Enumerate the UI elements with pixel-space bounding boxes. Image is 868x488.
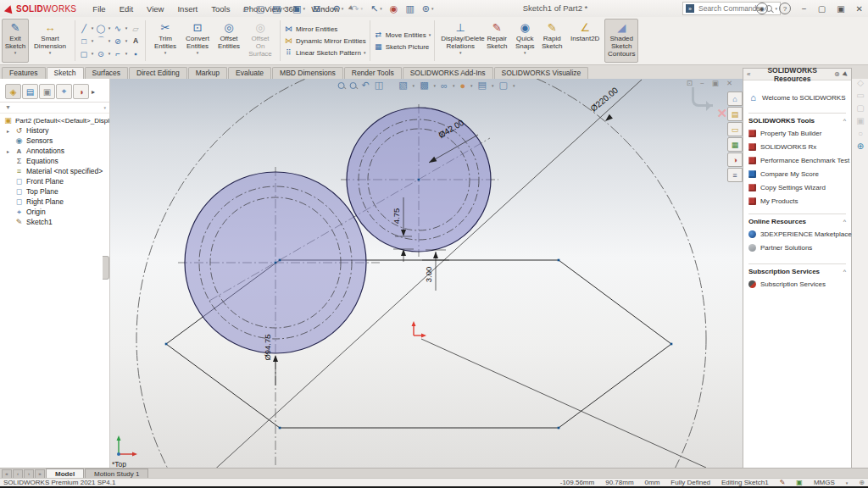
caret-icon[interactable]: ▾ bbox=[413, 83, 415, 88]
tree-item-sketch1[interactable]: ✎ Sketch1 bbox=[0, 217, 109, 227]
slot-tool-icon[interactable]: ▢ bbox=[81, 49, 88, 58]
last-tab-arrow[interactable]: » bbox=[35, 469, 45, 479]
file-explorer-tab-icon[interactable]: ▭ bbox=[727, 122, 743, 136]
tree-root[interactable]: ▣ Part2 (Default<<Default>_Display Sta bbox=[0, 115, 109, 125]
solidworks-resources-tab-icon[interactable]: ⌂ bbox=[727, 92, 743, 106]
performance-benchmark-link[interactable]: Performance Benchmark Test bbox=[748, 157, 846, 164]
tag-icon[interactable]: ▣ bbox=[796, 479, 803, 486]
subscription-services-link[interactable]: Subscription Services bbox=[748, 280, 846, 288]
caret-icon[interactable]: ▾ bbox=[125, 25, 128, 30]
section-solidworks-tools[interactable]: SOLIDWORKS Tools ^ bbox=[748, 113, 846, 125]
file-properties-icon[interactable]: ▥ bbox=[405, 3, 414, 14]
dynamic-mirror-button[interactable]: ⋈ Dynamic Mirror Entities bbox=[284, 36, 366, 47]
display-style-icon[interactable]: ▩ bbox=[420, 80, 428, 91]
tab-mbd-dimensions[interactable]: MBD Dimensions bbox=[272, 67, 343, 79]
copy-settings-wizard-link[interactable]: Copy Settings Wizard bbox=[748, 184, 846, 191]
strip-icon[interactable]: ◇ bbox=[857, 78, 864, 87]
filter-caret-icon[interactable]: ▾ bbox=[103, 105, 106, 110]
dropdown-caret-icon[interactable]: ▾ bbox=[49, 51, 52, 55]
cancel-sketch-icon[interactable]: ✕ bbox=[716, 106, 727, 121]
rectangle-tool-icon[interactable]: □ bbox=[81, 36, 86, 46]
strip-compass-icon[interactable]: ⊕ bbox=[857, 141, 864, 151]
graphics-viewport[interactable]: Ø220.00 Ø42.00 4.75 3.00 Ø94.75 bbox=[110, 79, 743, 469]
menu-file[interactable]: File bbox=[92, 3, 106, 15]
caret-icon[interactable]: ▾ bbox=[434, 83, 437, 88]
tree-item-origin[interactable]: ⌖ Origin bbox=[0, 207, 109, 217]
restore-button[interactable]: ▣ bbox=[837, 4, 844, 14]
more-tabs-icon[interactable]: ▸ bbox=[92, 88, 95, 96]
tree-item-top-plane[interactable]: ◻ Top Plane bbox=[0, 186, 109, 197]
select-icon[interactable]: ↖▾ bbox=[370, 3, 382, 14]
apply-scene-icon[interactable]: ▤ bbox=[478, 80, 487, 91]
view-settings-icon[interactable]: ▢ bbox=[499, 80, 508, 91]
menu-view[interactable]: View bbox=[146, 3, 164, 15]
expand-arrow-icon[interactable]: ▸ bbox=[7, 148, 12, 154]
tab-features[interactable]: Features bbox=[2, 67, 46, 79]
tree-filter[interactable]: ▼ ▾ bbox=[0, 103, 109, 114]
first-tab-arrow[interactable]: « bbox=[2, 469, 12, 479]
dropdown-caret-icon[interactable]: ▾ bbox=[459, 51, 462, 55]
tree-item-front-plane[interactable]: ◻ Front Plane bbox=[0, 176, 109, 186]
display-delete-relations-button[interactable]: ⊥ Display/Delete Relations ▾ bbox=[438, 19, 482, 63]
tab-solidworks-visualize[interactable]: SOLIDWORKS Visualize bbox=[494, 67, 589, 79]
collapse-chevron-icon[interactable]: ^ bbox=[843, 118, 846, 124]
zoom-to-fit-icon[interactable] bbox=[338, 82, 345, 89]
edit-appearance-icon[interactable]: ● bbox=[459, 80, 465, 91]
strip-icon[interactable]: ▢ bbox=[856, 103, 864, 113]
user-account-icon[interactable]: ◉ bbox=[756, 3, 768, 14]
view-palette-tab-icon[interactable]: ▦ bbox=[727, 137, 743, 152]
caret-icon[interactable]: ▾ bbox=[470, 83, 473, 88]
menu-edit[interactable]: Edit bbox=[119, 3, 134, 15]
fillet-tool-icon[interactable]: ⌐ bbox=[115, 49, 120, 58]
rapid-sketch-button[interactable]: ✎ Rapid Sketch bbox=[538, 19, 565, 63]
minimize-button[interactable]: − bbox=[802, 4, 807, 14]
move-entities-button[interactable]: ⇄ Move Entities ▾ bbox=[374, 30, 431, 41]
convert-entities-button[interactable]: ⊡ Convert Entities ▾ bbox=[181, 19, 214, 63]
custom-properties-tab-icon[interactable]: ≡ bbox=[727, 168, 743, 182]
previous-view-icon[interactable]: ↶ bbox=[362, 80, 370, 91]
mirror-entities-button[interactable]: ⋈ Mirror Entities bbox=[284, 24, 366, 35]
text-tool-icon[interactable]: A bbox=[133, 36, 138, 45]
home-icon[interactable]: ⌂ bbox=[242, 3, 248, 14]
tab-direct-editing[interactable]: Direct Editing bbox=[129, 67, 187, 79]
instant2d-button[interactable]: ∠ Instant2D bbox=[565, 19, 604, 63]
sketch-canvas[interactable]: Ø220.00 Ø42.00 4.75 3.00 Ø94.75 bbox=[110, 79, 743, 469]
caret-icon[interactable]: ▾ bbox=[108, 25, 111, 30]
featuremanager-tab-icon[interactable]: ◈ bbox=[5, 84, 21, 99]
arc-tool-icon[interactable]: ⌒ bbox=[97, 36, 105, 47]
ellipse-tool-icon[interactable]: ⊘ bbox=[114, 36, 121, 46]
offset-entities-button[interactable]: ◎ Offset Entities bbox=[214, 19, 244, 63]
view-orientation-icon[interactable]: ▧ bbox=[398, 80, 407, 91]
open-icon[interactable]: ▤▾ bbox=[272, 3, 285, 14]
repair-sketch-button[interactable]: ✎ Repair Sketch bbox=[482, 19, 511, 63]
caret-icon[interactable]: ▾ bbox=[453, 83, 455, 88]
smart-dimension-button[interactable]: ↔ Smart Dimension ▾ bbox=[29, 19, 71, 63]
tree-item-material[interactable]: ≡ Material <not specified> bbox=[0, 166, 109, 176]
tree-item-annotations[interactable]: ▸ A Annotations bbox=[0, 146, 109, 156]
appearances-tab-icon[interactable]: ◑ bbox=[727, 152, 743, 167]
dim-9475-text[interactable]: Ø94.75 bbox=[263, 334, 272, 360]
linear-pattern-button[interactable]: ⠿ Linear Sketch Pattern ▾ bbox=[284, 47, 366, 58]
shaded-sketch-contours-button[interactable]: ◢ Shaded Sketch Contours bbox=[604, 19, 638, 63]
solidworks-rx-link[interactable]: SOLIDWORKS Rx bbox=[748, 143, 846, 151]
tree-item-right-plane[interactable]: ◻ Right Plane bbox=[0, 197, 109, 207]
displaymanager-tab-icon[interactable]: ◑ bbox=[73, 84, 89, 99]
caret-icon[interactable]: ▾ bbox=[513, 83, 515, 88]
dropdown-caret-icon[interactable]: ▾ bbox=[14, 51, 17, 55]
design-library-tab-icon[interactable]: ▤ bbox=[727, 107, 743, 121]
caret-icon[interactable]: ▾ bbox=[125, 51, 128, 56]
my-products-link[interactable]: My Products bbox=[748, 197, 846, 205]
point-tool-icon[interactable]: ▪ bbox=[134, 49, 136, 58]
dim-475-text[interactable]: 4.75 bbox=[392, 208, 401, 225]
trim-entities-button[interactable]: ✂ Trim Entities ▾ bbox=[149, 19, 181, 63]
tab-markup[interactable]: Markup bbox=[188, 67, 227, 79]
caret-icon[interactable]: ▾ bbox=[92, 25, 94, 30]
redo-icon[interactable]: ↷▾ bbox=[351, 3, 363, 14]
dimxpertmanager-tab-icon[interactable]: ⌖ bbox=[56, 84, 72, 99]
section-online-resources[interactable]: Online Resources ^ bbox=[748, 214, 846, 225]
dim-220-text[interactable]: Ø220.00 bbox=[589, 85, 620, 113]
tab-evaluate[interactable]: Evaluate bbox=[228, 67, 271, 79]
pin-icon[interactable]: ▶ bbox=[842, 70, 849, 79]
sketch-origin[interactable] bbox=[412, 321, 427, 338]
tree-item-equations[interactable]: Σ Equations bbox=[0, 156, 109, 166]
